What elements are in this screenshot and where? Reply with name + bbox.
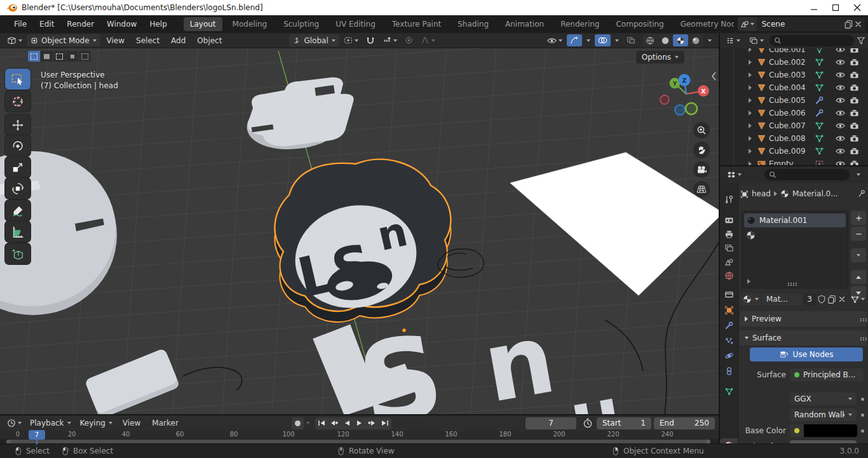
hide-eye-toggle[interactable] (836, 109, 845, 118)
tab-shading[interactable]: Shading (451, 17, 495, 31)
perspective-toggle-button[interactable] (693, 181, 710, 198)
outliner-item-name[interactable]: Cube.004 (769, 83, 815, 92)
viewport-menu-select[interactable]: Select (131, 36, 165, 45)
new-material-copy-icon[interactable] (827, 295, 836, 304)
scene-browse-icon[interactable] (738, 17, 757, 31)
mode-dropdown[interactable]: Object Mode (27, 34, 100, 46)
outliner-search-input[interactable] (770, 35, 854, 46)
tab-texture-paint[interactable]: Texture Paint (386, 17, 447, 31)
disclosure-triangle-icon[interactable] (749, 149, 752, 154)
jump-to-start-button[interactable] (315, 417, 328, 429)
jump-to-end-button[interactable] (379, 417, 391, 429)
outliner-item-name[interactable]: Cube.005 (769, 96, 815, 105)
tab-modifiers[interactable] (720, 318, 738, 333)
gizmo-neg-z[interactable] (675, 105, 685, 115)
panel-grip-icon[interactable] (860, 318, 862, 320)
breadcrumb-object[interactable]: head (752, 189, 771, 198)
material-name-field[interactable]: Mat... (763, 293, 802, 306)
maximize-button[interactable] (825, 0, 846, 15)
camera-visibility-toggle[interactable] (850, 71, 859, 79)
select-mode-intersect[interactable] (79, 51, 91, 62)
tab-render[interactable] (720, 212, 738, 227)
animate-decorator-dot[interactable] (861, 414, 864, 417)
slot-specials-button[interactable] (851, 248, 866, 262)
surface-panel-header[interactable]: Surface (740, 330, 867, 346)
selected-head-object[interactable]: LS n (275, 159, 451, 322)
outliner-row[interactable]: Empty (720, 158, 868, 165)
material-slot-list[interactable]: Material.001 (742, 211, 848, 288)
zoom-button[interactable] (693, 122, 710, 138)
transform-orientation-dropdown[interactable]: Global (289, 34, 339, 46)
titlebar[interactable]: Blender* [C:\Users\mouha\Documents\Blend… (0, 0, 868, 15)
camera-visibility-toggle[interactable] (850, 121, 859, 130)
proportional-editing-toggle[interactable] (402, 34, 416, 46)
snap-toggle[interactable] (363, 34, 378, 46)
hide-eye-toggle[interactable] (836, 134, 845, 143)
camera-visibility-toggle[interactable] (850, 134, 859, 143)
outliner-display-mode-button[interactable] (746, 35, 767, 47)
pivot-point-dropdown[interactable] (341, 34, 362, 46)
filter-funnel-icon[interactable] (857, 36, 865, 45)
outliner-item-name[interactable]: Cube.006 (769, 109, 815, 118)
next-keyframe-button[interactable] (366, 417, 379, 429)
disclosure-triangle-icon[interactable] (749, 136, 752, 141)
tab-view-layer[interactable] (720, 240, 738, 255)
snap-settings-dropdown[interactable] (379, 34, 400, 46)
playback-menu[interactable]: Playback (26, 417, 75, 429)
hide-eye-toggle[interactable] (836, 121, 845, 130)
viewport-menu-view[interactable]: View (102, 36, 130, 45)
tool-select-box[interactable] (5, 69, 31, 90)
shading-rendered-button[interactable] (688, 34, 703, 46)
timeline-ruler[interactable]: 0 20 40 60 80 100 120 140 160 180 200 22… (0, 431, 719, 439)
scene-selector[interactable]: Scene (738, 17, 865, 31)
menu-help[interactable]: Help (143, 17, 173, 31)
menu-render[interactable]: Render (60, 17, 100, 31)
new-scene-copy-icon[interactable] (844, 20, 853, 29)
hide-eye-toggle[interactable] (836, 58, 845, 67)
gizmo-settings-dropdown[interactable] (583, 34, 593, 46)
play-reverse-button[interactable] (341, 417, 353, 429)
outliner-item-name[interactable]: Cube.008 (769, 134, 815, 143)
tab-layout[interactable]: Layout (184, 17, 222, 31)
menu-window[interactable]: Window (100, 17, 143, 31)
options-button[interactable]: Options (636, 51, 684, 64)
move-slot-up-button[interactable] (851, 270, 866, 284)
menu-file[interactable]: File (8, 17, 33, 31)
tool-rotate[interactable] (5, 135, 31, 156)
properties-options-chevron-icon[interactable] (857, 173, 860, 176)
outliner-row[interactable]: Cube.005 (720, 94, 868, 107)
menu-edit[interactable]: Edit (33, 17, 60, 31)
base-color-swatch[interactable] (804, 424, 857, 437)
play-button[interactable] (353, 417, 366, 429)
disclosure-triangle-icon[interactable] (749, 72, 752, 77)
xray-toggle[interactable] (623, 34, 639, 46)
outliner-row[interactable]: Cube.004 (720, 81, 868, 94)
tab-sculpting[interactable]: Sculpting (277, 17, 325, 31)
tab-particles[interactable] (720, 333, 738, 348)
list-resize-triangle-icon[interactable] (747, 279, 750, 284)
hide-eye-toggle[interactable] (836, 96, 845, 105)
3d-scene[interactable]: LS n LSn (0, 33, 719, 414)
tool-cursor[interactable] (5, 91, 31, 112)
tab-animation[interactable]: Animation (499, 17, 550, 31)
frame-end-field[interactable]: End250 (654, 417, 715, 429)
scene-name[interactable]: Scene (757, 20, 844, 29)
camera-visibility-toggle[interactable] (850, 58, 859, 67)
overlays-settings-dropdown[interactable] (612, 34, 622, 46)
outliner-item-name[interactable]: Empty (769, 159, 815, 165)
hide-eye-toggle[interactable] (836, 83, 845, 92)
outliner-row[interactable]: Cube.002 (720, 56, 868, 69)
outliner-row[interactable]: Cube.003 (720, 69, 868, 81)
reference-image-plane[interactable]: LSn (510, 149, 719, 295)
animate-decorator-dot[interactable] (861, 398, 864, 401)
disclosure-triangle-icon[interactable] (749, 111, 752, 116)
outliner-row[interactable]: Cube.006 (720, 107, 868, 119)
select-mode-extend[interactable] (41, 51, 53, 62)
outliner-row[interactable]: Cube.008 (720, 132, 868, 145)
shading-wireframe-button[interactable] (642, 34, 658, 46)
close-button[interactable] (846, 0, 868, 15)
disclosure-triangle-icon[interactable] (749, 98, 752, 103)
preview-panel-header[interactable]: Preview (740, 311, 867, 327)
proportional-falloff-dropdown[interactable] (417, 34, 438, 46)
properties-editor-type-button[interactable] (724, 169, 745, 181)
